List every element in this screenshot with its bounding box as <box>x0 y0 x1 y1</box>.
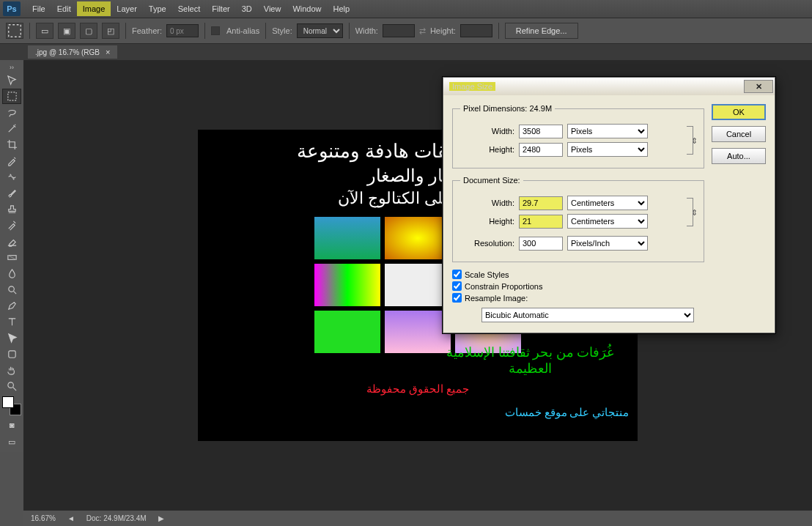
px-width-unit[interactable]: Pixels <box>567 124 648 138</box>
marquee-tool[interactable] <box>2 89 21 104</box>
dodge-tool[interactable] <box>2 282 21 297</box>
menu-view[interactable]: View <box>258 1 287 16</box>
menu-layer[interactable]: Layer <box>111 1 143 16</box>
ok-button[interactable]: OK <box>712 104 766 120</box>
wand-tool[interactable] <box>2 121 21 136</box>
lasso-tool[interactable] <box>2 105 21 120</box>
svg-rect-4 <box>8 351 15 358</box>
quickmask-icon[interactable]: ◙ <box>2 418 21 432</box>
menu-file[interactable]: File <box>26 1 51 16</box>
menu-3d[interactable]: 3D <box>236 1 258 16</box>
blur-tool[interactable] <box>2 266 21 281</box>
selection-subtract-icon[interactable]: ▢ <box>80 23 97 39</box>
thumb-2 <box>385 217 451 259</box>
style-select[interactable]: Normal <box>297 23 343 38</box>
close-icon[interactable]: × <box>106 48 110 56</box>
link-icon[interactable]: ⇕ <box>691 207 698 217</box>
eyedropper-tool[interactable] <box>2 153 21 168</box>
document-tab-label: .jpg @ 16.7% (RGB <box>35 48 100 56</box>
history-brush-tool[interactable] <box>2 218 21 233</box>
gradient-tool[interactable] <box>2 250 21 265</box>
patch-tool[interactable] <box>2 169 21 185</box>
document-size-legend: Document Size: <box>460 176 523 185</box>
px-width-input[interactable] <box>519 125 563 138</box>
constrain-checkbox[interactable] <box>452 281 462 291</box>
status-arrow-left-icon[interactable]: ◄ <box>63 514 79 522</box>
opt-width-input <box>383 24 415 37</box>
zoom-tool[interactable] <box>2 379 21 394</box>
menu-edit[interactable]: Edit <box>51 1 77 16</box>
eraser-tool[interactable] <box>2 234 21 249</box>
menu-select[interactable]: Select <box>172 1 207 16</box>
menu-filter[interactable]: Filter <box>206 1 235 16</box>
status-arrow-right-icon[interactable]: ▶ <box>154 514 169 522</box>
resolution-input[interactable] <box>519 237 563 251</box>
stamp-tool[interactable] <box>2 201 21 217</box>
pixel-dimensions-group: Pixel Dimensions: 24.9M Width: Pixels He… <box>452 104 704 168</box>
move-tool[interactable] <box>2 73 21 88</box>
fg-color-swatch[interactable] <box>2 396 14 408</box>
status-bar: 16.67% ◄ Doc: 24.9M/23.4M ▶ <box>23 510 812 526</box>
scale-styles-checkbox[interactable] <box>452 270 462 279</box>
menu-help[interactable]: Help <box>328 1 356 16</box>
brush-tool[interactable] <box>2 185 21 201</box>
dialog-title: Image Size <box>449 82 495 91</box>
document-tab[interactable]: .jpg @ 16.7% (RGB × <box>28 45 117 59</box>
path-select-tool[interactable] <box>2 330 21 346</box>
scale-styles-label: Scale Styles <box>465 270 509 279</box>
opt-height-input <box>460 24 492 37</box>
dialog-titlebar[interactable]: Image Size ✕ <box>443 78 775 95</box>
resample-method-select[interactable]: Bicubic Automatic <box>481 308 694 322</box>
px-link-bracket: ⇕ <box>683 120 696 160</box>
shape-tool[interactable] <box>2 347 21 362</box>
menu-window[interactable]: Window <box>287 1 327 16</box>
hand-tool[interactable] <box>2 363 21 378</box>
marquee-preset-icon[interactable] <box>6 23 23 39</box>
toolbox-collapse-icon[interactable]: ›› <box>0 63 23 72</box>
selection-intersect-icon[interactable]: ◰ <box>102 23 119 39</box>
crop-tool[interactable] <box>2 137 21 152</box>
pen-tool[interactable] <box>2 298 21 314</box>
pixel-dimensions-legend: Pixel Dimensions: 24.9M <box>460 104 555 113</box>
zoom-level[interactable]: 16.67% <box>23 514 63 522</box>
menu-type[interactable]: Type <box>143 1 172 16</box>
px-width-label: Width: <box>460 127 514 136</box>
doc-link-bracket: ⇕ <box>683 192 696 232</box>
feather-label: Feather: <box>132 26 162 35</box>
canvas-green-text: غُرَفات من بحر ثقافتنا الإسلامية العظيمة <box>431 344 629 377</box>
color-swatches[interactable] <box>2 396 21 415</box>
opt-width-label: Width: <box>355 26 378 35</box>
svg-rect-0 <box>9 25 21 37</box>
menu-image[interactable]: Image <box>77 1 111 16</box>
svg-rect-1 <box>7 92 15 100</box>
doc-width-label: Width: <box>460 199 514 207</box>
resample-label: Resample Image: <box>465 294 528 303</box>
px-height-input[interactable] <box>519 143 563 157</box>
antialias-checkbox <box>211 26 220 35</box>
feather-input[interactable] <box>166 24 199 37</box>
thumb-4 <box>314 264 380 306</box>
resample-checkbox[interactable] <box>452 293 462 303</box>
menubar: Ps File Edit Image Layer Type Select Fil… <box>0 0 812 18</box>
type-tool[interactable] <box>2 314 21 330</box>
refine-edge-button[interactable]: Refine Edge... <box>505 23 578 39</box>
screenmode-icon[interactable]: ▭ <box>2 434 21 449</box>
px-height-unit[interactable]: Pixels <box>567 142 648 157</box>
selection-new-icon[interactable]: ▭ <box>36 23 53 39</box>
selection-add-icon[interactable]: ▣ <box>58 23 75 39</box>
auto-button[interactable]: Auto... <box>712 148 766 164</box>
resolution-unit[interactable]: Pixels/Inch <box>567 236 648 251</box>
document-size-group: Document Size: Width: Centimeters Height… <box>452 176 704 262</box>
doc-height-unit[interactable]: Centimeters <box>567 214 648 229</box>
dialog-close-button[interactable]: ✕ <box>744 80 773 93</box>
resolution-label: Resolution: <box>460 239 514 248</box>
canvas-blue-text: منتجاتي على موقع خمسات <box>505 406 629 419</box>
svg-point-5 <box>7 382 13 388</box>
thumb-7 <box>314 311 380 353</box>
doc-height-input[interactable] <box>519 215 563 229</box>
link-icon[interactable]: ⇕ <box>691 136 698 145</box>
doc-width-unit[interactable]: Centimeters <box>567 196 648 210</box>
doc-width-input[interactable] <box>519 196 563 210</box>
doc-height-label: Height: <box>460 217 514 226</box>
cancel-button[interactable]: Cancel <box>712 126 766 142</box>
